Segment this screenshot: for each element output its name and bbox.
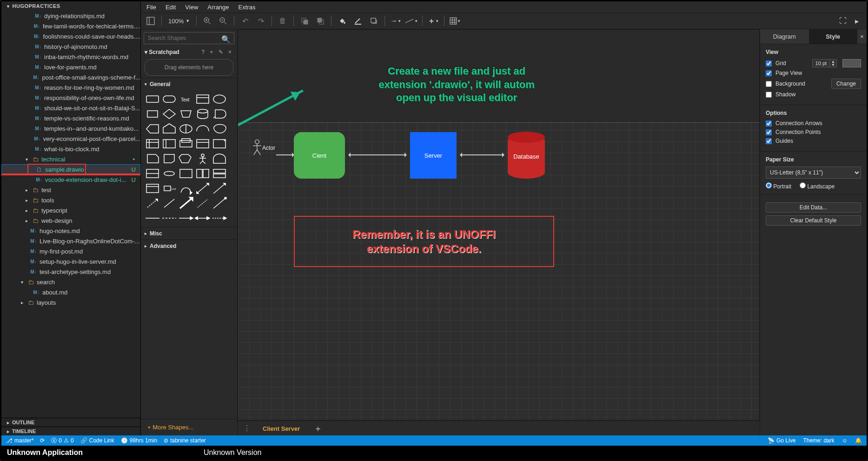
zoom-select[interactable]: 100%▼ [166, 18, 192, 25]
delete-icon[interactable]: 🗑 [276, 14, 290, 28]
shape-thumbnail[interactable] [178, 211, 194, 225]
file-item[interactable]: M↓test-archetype-settings.md [1, 267, 140, 277]
shape-thumbnail[interactable] [178, 167, 194, 180]
edit-data-button[interactable]: Edit Data... [766, 202, 861, 213]
feedback-icon[interactable]: ☺ [842, 437, 848, 444]
diagram-canvas[interactable]: Create a new file and just ad extension … [238, 29, 760, 421]
menu-extras[interactable]: Extras [239, 4, 256, 11]
scratchpad-tools[interactable]: ? + ✎ × [201, 49, 233, 55]
shape-thumbnail[interactable] [212, 92, 227, 106]
file-item[interactable]: M↓history-of-ajinomoto.md [1, 41, 140, 52]
problems[interactable]: ⓧ 0 ⚠ 0 [51, 437, 73, 445]
code-link[interactable]: 🔗 Code Link [80, 437, 114, 444]
shape-thumbnail[interactable] [178, 107, 194, 121]
file-item[interactable]: M↓hugo-notes.md [1, 226, 140, 236]
shape-thumbnail[interactable] [145, 152, 160, 166]
scratchpad-dropzone[interactable]: Drag elements here [145, 59, 233, 76]
tabnine[interactable]: ⊘ tabnine starter [164, 437, 206, 444]
shape-thumbnail[interactable] [161, 211, 177, 225]
change-bg-button[interactable]: Change [831, 79, 861, 89]
shape-thumbnail[interactable] [195, 137, 211, 151]
shape-thumbnail[interactable] [212, 196, 227, 210]
shape-thumbnail[interactable] [212, 211, 227, 225]
shape-thumbnail[interactable] [145, 211, 160, 225]
go-live[interactable]: 📡 Go Live [768, 437, 795, 444]
tab-client-server[interactable]: Client Server [256, 422, 306, 434]
shape-thumbnail[interactable] [195, 122, 211, 136]
fullscreen-icon[interactable]: ⛶ [836, 14, 850, 28]
node-server[interactable]: Server [410, 132, 457, 179]
bell-icon[interactable]: 🔔 [855, 437, 862, 444]
landscape-radio[interactable]: Landscape [800, 182, 835, 190]
file-item[interactable]: M↓temples-in--and-around-kumbako... [1, 123, 140, 134]
shape-thumbnail[interactable]: List [161, 181, 177, 195]
shape-thumbnail[interactable] [145, 181, 160, 195]
menu-view[interactable]: View [185, 4, 198, 11]
file-item[interactable]: M↓foolishness-could-save-our-heads.... [1, 31, 140, 41]
shape-thumbnail[interactable] [178, 122, 194, 136]
theme-indicator[interactable]: Theme: dark [803, 437, 834, 444]
file-vscode-ext[interactable]: M↓vscode-extension-draw-dot-i...U [1, 174, 140, 185]
grid-color-swatch[interactable] [842, 59, 861, 67]
folder-technical[interactable]: ▾🗀technical [1, 154, 140, 164]
tab-menu-icon[interactable]: ⋮ [240, 424, 253, 433]
guides-checkbox[interactable] [766, 138, 772, 144]
file-item[interactable]: M↓my-first-post.md [1, 246, 140, 256]
portrait-radio[interactable]: Portrait [766, 182, 791, 190]
shape-thumbnail[interactable] [145, 107, 160, 121]
tab-add-button[interactable]: ＋ [309, 423, 327, 434]
file-item[interactable]: M↓love-for-parents.md [1, 62, 140, 72]
clear-style-button[interactable]: Clear Default Style [766, 215, 861, 226]
file-item[interactable]: M↓very-economical-post-office-parcel... [1, 134, 140, 144]
shadow-icon[interactable] [367, 14, 381, 28]
shape-thumbnail[interactable]: Text [178, 92, 194, 106]
file-item[interactable]: M↓post-office-small-savings-scheme-f... [1, 72, 140, 82]
shape-thumbnail[interactable] [161, 122, 177, 136]
file-item[interactable]: M↓inba-tamizh-rhythmic-words.md [1, 52, 140, 62]
file-item[interactable]: M↓temple-vs-scientific-reasons.md [1, 113, 140, 123]
shape-search-input[interactable] [144, 32, 234, 44]
file-item[interactable]: M↓few-tamil-words-for-techical-terms.... [1, 21, 140, 31]
shape-thumbnail[interactable] [145, 92, 160, 106]
shape-thumbnail[interactable] [195, 181, 211, 195]
shadow-checkbox[interactable] [766, 92, 772, 98]
shape-palette[interactable]: TextList [141, 90, 237, 227]
file-sample-drawio[interactable]: 🗋sample.drawioU [1, 164, 140, 174]
outline-panel[interactable]: OUTLINE [1, 418, 140, 427]
file-item[interactable]: M↓should-we-sit-or-not-sit-in-Balaji-S..… [1, 103, 140, 113]
file-item[interactable]: M↓reason-for-toe-ring-by-women.md [1, 82, 140, 93]
file-about[interactable]: M↓about.md [1, 287, 140, 297]
wakatime[interactable]: 🕓 98hrs 1min [121, 437, 157, 444]
zoom-out-icon[interactable] [216, 14, 230, 28]
git-branch[interactable]: ⎇ master* [6, 437, 33, 444]
background-checkbox[interactable] [766, 81, 772, 87]
shape-thumbnail[interactable] [195, 92, 211, 106]
line-color-icon[interactable] [351, 14, 365, 28]
shape-thumbnail[interactable] [161, 152, 177, 166]
file-item[interactable]: M↓Live-Blog-on-RaghsOnlineDotCom-... [1, 236, 140, 246]
grid-size-input[interactable]: 10 pt▲▼ [812, 59, 837, 67]
shape-thumbnail[interactable] [212, 181, 227, 195]
menu-edit[interactable]: Edit [166, 4, 176, 11]
shape-thumbnail[interactable] [161, 107, 177, 121]
conn-points-checkbox[interactable] [766, 129, 772, 135]
fill-icon[interactable] [335, 14, 349, 28]
collapse-icon[interactable]: ▸ [850, 14, 864, 28]
node-actor[interactable]: Actor [252, 134, 275, 160]
scratchpad-title[interactable]: ▾ Scratchpad [145, 49, 179, 55]
shape-thumbnail[interactable] [195, 107, 211, 121]
shape-thumbnail[interactable] [145, 196, 160, 210]
folder-test[interactable]: ▸🗀test [1, 185, 140, 195]
more-shapes-button[interactable]: + More Shapes... [141, 419, 237, 435]
shape-thumbnail[interactable] [212, 152, 227, 166]
shape-thumbnail[interactable] [145, 122, 160, 136]
sync-icon[interactable]: ⟳ [40, 437, 45, 444]
redo-icon[interactable]: ↷ [254, 14, 268, 28]
paper-size-select[interactable]: US-Letter (8,5" x 11") [766, 167, 861, 179]
connection-icon[interactable]: → ▼ [389, 14, 403, 28]
shapes-group-misc[interactable]: Misc [141, 227, 237, 240]
folder-typescript[interactable]: ▸🗀typescript [1, 205, 140, 215]
shape-thumbnail[interactable] [161, 92, 177, 106]
shape-thumbnail[interactable] [145, 137, 160, 151]
file-item[interactable]: M↓what-is-bio-clock.md [1, 144, 140, 154]
